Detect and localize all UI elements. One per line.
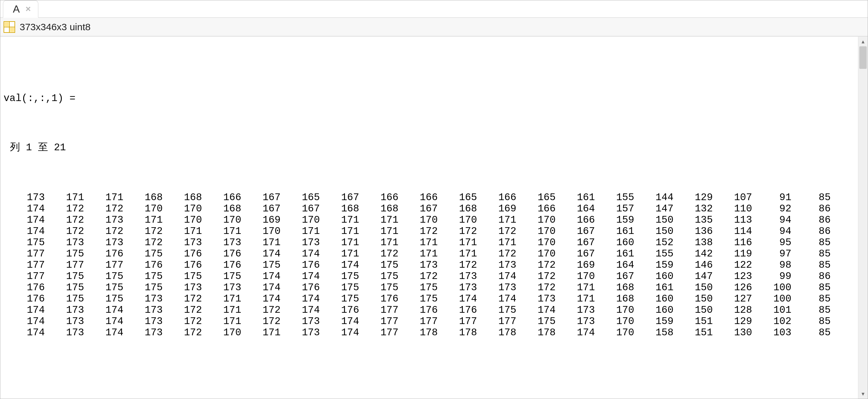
matrix-cell: 102 [752,315,792,327]
matrix-cell: 171 [281,226,320,237]
matrix-cell: 175 [123,282,163,293]
matrix-cell: 175 [398,282,438,293]
matrix-cell: 174 [320,259,359,271]
matrix-cell: 177 [5,271,45,282]
matrix-cell: 100 [752,282,792,293]
table-row: 1771751751751751751741741751751721731741… [5,271,831,282]
matrix-cell: 171 [320,214,359,226]
matrix-cell: 176 [202,259,241,271]
matrix-cell: 174 [281,248,320,259]
matrix-cell: 174 [556,327,595,338]
matrix-cell: 171 [398,248,438,259]
matrix-cell: 175 [84,271,123,282]
matrix-cell: 166 [359,192,398,203]
matrix-cell: 173 [45,237,84,248]
vertical-scrollbar[interactable]: ▴ ▾ [858,37,868,399]
matrix-cell: 171 [477,214,516,226]
matrix-cell: 170 [163,214,202,226]
matrix-cell: 173 [202,282,241,293]
matrix-cell: 167 [556,226,595,237]
matrix-cell: 176 [359,293,398,304]
matrix-cell: 170 [556,271,595,282]
matrix-cell: 174 [241,282,281,293]
tab-A[interactable]: A × [3,0,38,18]
matrix-cell: 114 [713,226,752,237]
matrix-cell: 171 [398,237,438,248]
matrix-cell: 155 [595,192,634,203]
scroll-thumb[interactable] [859,46,867,69]
matrix-cell: 171 [202,293,241,304]
svg-rect-4 [10,28,14,32]
svg-rect-3 [4,22,9,26]
matrix-cell: 175 [84,282,123,293]
matrix-cell: 171 [45,192,84,203]
matrix-cell: 155 [634,248,674,259]
matrix-cell: 135 [674,214,713,226]
matrix-cell: 85 [792,327,831,338]
table-row: 1751731731721731731711731711711711711711… [5,237,831,248]
matrix-cell: 161 [634,282,674,293]
content-area[interactable]: val(:,:,1) = 列 1 至 21 173171171168168166… [0,37,858,399]
matrix-cell: 170 [516,237,556,248]
matrix-cell: 126 [713,282,752,293]
matrix-cell: 173 [45,327,84,338]
matrix-cell: 178 [398,327,438,338]
matrix-cell: 171 [556,282,595,293]
table-row: 1771771771761761761751761741751731721731… [5,259,831,271]
matrix-cell: 173 [123,293,163,304]
matrix-cell: 173 [45,315,84,327]
matrix-cell: 157 [595,203,634,214]
matrix-cell: 172 [84,226,123,237]
matrix-cell: 173 [84,214,123,226]
matrix-cell: 173 [84,237,123,248]
table-row: 1731711711681681661671651671661661651661… [5,192,831,203]
matrix-cell: 86 [792,203,831,214]
close-icon[interactable]: × [26,4,31,13]
matrix-cell: 178 [438,327,477,338]
matrix-cell: 167 [241,192,281,203]
table-row: 1741721721721711711701711711711721721721… [5,226,831,237]
matrix-cell: 173 [516,293,556,304]
matrix-cell: 172 [163,304,202,315]
matrix-cell: 85 [792,282,831,293]
array-icon [4,21,15,33]
matrix-cell: 172 [45,203,84,214]
matrix-cell: 170 [516,248,556,259]
matrix-cell: 142 [674,248,713,259]
matrix-cell: 175 [123,271,163,282]
table-row: 1761751751731721711741741751761751741741… [5,293,831,304]
matrix-cell: 176 [438,304,477,315]
matrix-cell: 178 [516,327,556,338]
matrix-cell: 172 [163,327,202,338]
matrix-cell: 147 [674,271,713,282]
matrix-cell: 168 [123,192,163,203]
matrix-cell: 168 [595,293,634,304]
matrix-cell: 171 [320,237,359,248]
matrix-cell: 147 [634,203,674,214]
matrix-cell: 122 [713,259,752,271]
scroll-down-button[interactable]: ▾ [858,389,868,399]
matrix-cell: 174 [241,248,281,259]
matrix-cell: 173 [438,271,477,282]
val-header: val(:,:,1) = [4,93,856,103]
matrix-cell: 171 [241,327,281,338]
scroll-up-button[interactable]: ▴ [858,37,868,46]
scroll-track[interactable] [858,46,868,389]
matrix-cell: 172 [438,226,477,237]
matrix-cell: 173 [123,327,163,338]
matrix-cell: 170 [595,315,634,327]
matrix-cell: 85 [792,304,831,315]
matrix-cell: 150 [674,293,713,304]
matrix-cell: 160 [634,271,674,282]
matrix-cell: 177 [45,259,84,271]
matrix-cell: 174 [477,293,516,304]
matrix-cell: 168 [359,203,398,214]
matrix-cell: 171 [438,248,477,259]
matrix-cell: 97 [752,248,792,259]
matrix-cell: 174 [84,327,123,338]
matrix-cell: 92 [752,203,792,214]
matrix-cell: 172 [398,271,438,282]
matrix-cell: 168 [202,203,241,214]
matrix-cell: 176 [281,259,320,271]
matrix-cell: 166 [516,203,556,214]
